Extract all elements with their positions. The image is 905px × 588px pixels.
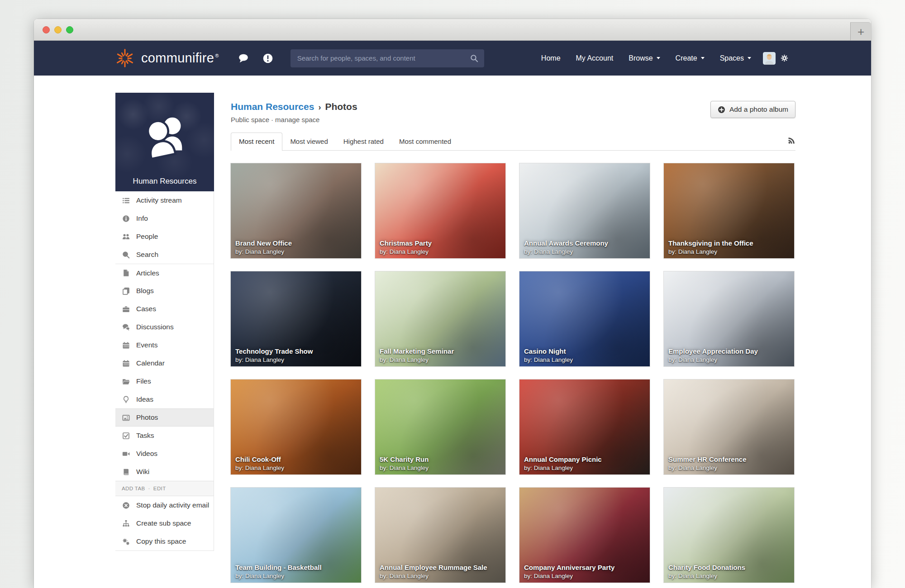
add-photo-album-button[interactable]: Add a photo album bbox=[710, 101, 795, 118]
sidebar-item-videos[interactable]: Videos bbox=[115, 445, 214, 463]
sidebar-item-copy-this-space[interactable]: Copy this space bbox=[115, 532, 214, 550]
wiki-icon bbox=[121, 468, 130, 476]
activity-stream-icon bbox=[121, 196, 130, 204]
sidebar-item-articles[interactable]: Articles bbox=[115, 264, 214, 282]
nav-home[interactable]: Home bbox=[541, 54, 561, 62]
album-card-charity-food-donations[interactable]: Charity Food Donations by: Diana Langley bbox=[664, 488, 794, 583]
album-author: by: Diana Langley bbox=[235, 248, 357, 255]
communifire-logo[interactable]: communifire® bbox=[114, 48, 219, 69]
album-author: by: Diana Langley bbox=[380, 248, 502, 255]
nav-my-account[interactable]: My Account bbox=[576, 54, 614, 62]
album-card-annual-employee-rummage-sale[interactable]: Annual Employee Rummage Sale by: Diana L… bbox=[375, 488, 505, 583]
album-card-annual-awards-ceremony[interactable]: Annual Awards Ceremony by: Diana Langley bbox=[519, 163, 650, 258]
people-group-icon bbox=[138, 109, 192, 160]
album-card-5k-charity-run[interactable]: 5K Charity Run by: Diana Langley bbox=[375, 379, 505, 474]
plus-icon: + bbox=[857, 26, 864, 38]
sidebar-item-files[interactable]: Files bbox=[115, 372, 214, 390]
tab-most-commented[interactable]: Most commented bbox=[391, 133, 459, 150]
album-card-team-building-basketball[interactable]: Team Building - Basketball by: Diana Lan… bbox=[231, 488, 361, 583]
alert-icon[interactable] bbox=[262, 53, 273, 64]
space-subtitle: Public space·manage space bbox=[231, 116, 357, 123]
sidebar-item-create-sub-space[interactable]: Create sub space bbox=[115, 514, 214, 532]
nav-spaces[interactable]: Spaces bbox=[720, 54, 751, 62]
album-author: by: Diana Langley bbox=[235, 573, 357, 579]
sidebar-item-discussions[interactable]: Discussions bbox=[115, 318, 214, 336]
sort-tabs: Most recentMost viewedHighest ratedMost … bbox=[231, 133, 795, 151]
album-title: Summer HR Conference bbox=[668, 455, 791, 463]
sidebar-item-photos[interactable]: Photos bbox=[115, 408, 214, 427]
sidebar-item-calendar[interactable]: Calendar bbox=[115, 354, 214, 372]
gear-icon[interactable] bbox=[780, 54, 789, 62]
album-card-chili-cook-off[interactable]: Chili Cook-Off by: Diana Langley bbox=[231, 379, 361, 474]
album-title: Annual Awards Ceremony bbox=[524, 239, 646, 247]
album-card-fall-marketing-seminar[interactable]: Fall Marketing Seminar by: Diana Langley bbox=[375, 271, 505, 366]
photo-albums-grid: Brand New Office by: Diana Langley Chris… bbox=[231, 163, 795, 588]
album-card-technology-trade-show[interactable]: Technology Trade Show by: Diana Langley bbox=[231, 271, 361, 366]
album-author: by: Diana Langley bbox=[668, 465, 791, 471]
tab-highest-rated[interactable]: Highest rated bbox=[336, 133, 391, 150]
sidebar-item-stop-daily-activity-email[interactable]: Stop daily activity email bbox=[115, 496, 214, 514]
album-title: Team Building - Basketball bbox=[235, 564, 357, 571]
album-card-annual-company-picnic[interactable]: Annual Company Picnic by: Diana Langley bbox=[519, 379, 650, 474]
album-author: by: Diana Langley bbox=[380, 356, 502, 363]
nav-create[interactable]: Create bbox=[676, 54, 705, 62]
sidebar-item-tasks[interactable]: Tasks bbox=[115, 427, 214, 445]
plus-circle-icon bbox=[718, 106, 725, 114]
album-title: Technology Trade Show bbox=[235, 347, 357, 355]
album-card-christmas-party[interactable]: Christmas Party by: Diana Langley bbox=[375, 163, 505, 258]
album-card-casino-night[interactable]: Casino Night by: Diana Langley bbox=[519, 271, 650, 366]
cases-icon bbox=[121, 305, 130, 313]
sidebar-item-blogs[interactable]: Blogs bbox=[115, 282, 214, 300]
album-card-employee-appreciation-day[interactable]: Employee Appreciation Day by: Diana Lang… bbox=[664, 271, 794, 366]
events-icon bbox=[121, 341, 130, 349]
breadcrumb-space-link[interactable]: Human Resources bbox=[231, 101, 314, 112]
search-input[interactable] bbox=[296, 54, 470, 62]
nav-browse[interactable]: Browse bbox=[629, 54, 660, 62]
user-avatar[interactable] bbox=[763, 52, 776, 65]
chevron-down-icon bbox=[701, 57, 705, 61]
chevron-down-icon bbox=[748, 57, 751, 61]
sidebar-item-people[interactable]: People bbox=[115, 228, 214, 246]
search-icon[interactable] bbox=[470, 54, 478, 62]
add-tab-link[interactable]: ADD TAB bbox=[122, 486, 145, 491]
window-controls bbox=[43, 26, 73, 33]
chat-icon[interactable] bbox=[238, 53, 249, 64]
browser-window: + communifire bbox=[34, 19, 871, 588]
space-logo-tile[interactable]: Human Resources bbox=[115, 93, 214, 191]
album-title: Employee Appreciation Day bbox=[668, 347, 791, 355]
window-titlebar[interactable]: + bbox=[34, 19, 871, 41]
page-heading: Human Resources›Photos Public space·mana… bbox=[231, 101, 357, 123]
album-card-summer-hr-conference[interactable]: Summer HR Conference by: Diana Langley bbox=[664, 379, 794, 474]
sidebar-item-ideas[interactable]: Ideas bbox=[115, 390, 214, 408]
sidebar-item-wiki[interactable]: Wiki bbox=[115, 463, 214, 481]
rss-icon[interactable] bbox=[788, 137, 795, 150]
sidebar-item-info[interactable]: Info bbox=[115, 209, 214, 228]
album-title: Brand New Office bbox=[235, 239, 357, 247]
album-card-brand-new-office[interactable]: Brand New Office by: Diana Langley bbox=[231, 163, 361, 258]
sidebar-item-search[interactable]: Search bbox=[115, 246, 214, 264]
album-card-thanksgiving-in-the-office[interactable]: Thanksgiving in the Office by: Diana Lan… bbox=[664, 163, 794, 258]
sidebar-item-activity-stream[interactable]: Activity stream bbox=[115, 191, 214, 209]
album-title: Company Anniversary Party bbox=[524, 564, 646, 571]
ideas-icon bbox=[121, 395, 130, 403]
album-author: by: Diana Langley bbox=[524, 465, 646, 471]
sidebar-item-cases[interactable]: Cases bbox=[115, 300, 214, 318]
minimize-button[interactable] bbox=[54, 26, 62, 33]
close-button[interactable] bbox=[43, 26, 50, 33]
people-icon bbox=[121, 232, 130, 241]
space-visibility: Public space bbox=[231, 116, 269, 123]
album-card-company-anniversary-party[interactable]: Company Anniversary Party by: Diana Lang… bbox=[519, 488, 650, 583]
new-tab-button[interactable]: + bbox=[850, 22, 871, 40]
album-title: Annual Employee Rummage Sale bbox=[380, 564, 502, 571]
sidebar-item-events[interactable]: Events bbox=[115, 336, 214, 354]
zoom-button[interactable] bbox=[66, 26, 73, 33]
album-title: Thanksgiving in the Office bbox=[668, 239, 791, 247]
tab-most-recent[interactable]: Most recent bbox=[231, 133, 282, 151]
manage-space-link[interactable]: manage space bbox=[275, 116, 319, 123]
album-author: by: Diana Langley bbox=[380, 465, 502, 471]
top-navigation-bar: communifire® HomeMy AccountBrowseCreateS… bbox=[34, 41, 871, 76]
tab-most-viewed[interactable]: Most viewed bbox=[282, 133, 335, 150]
space-name: Human Resources bbox=[115, 177, 214, 186]
edit-tabs-link[interactable]: EDIT bbox=[153, 486, 166, 491]
articles-icon bbox=[121, 269, 130, 277]
